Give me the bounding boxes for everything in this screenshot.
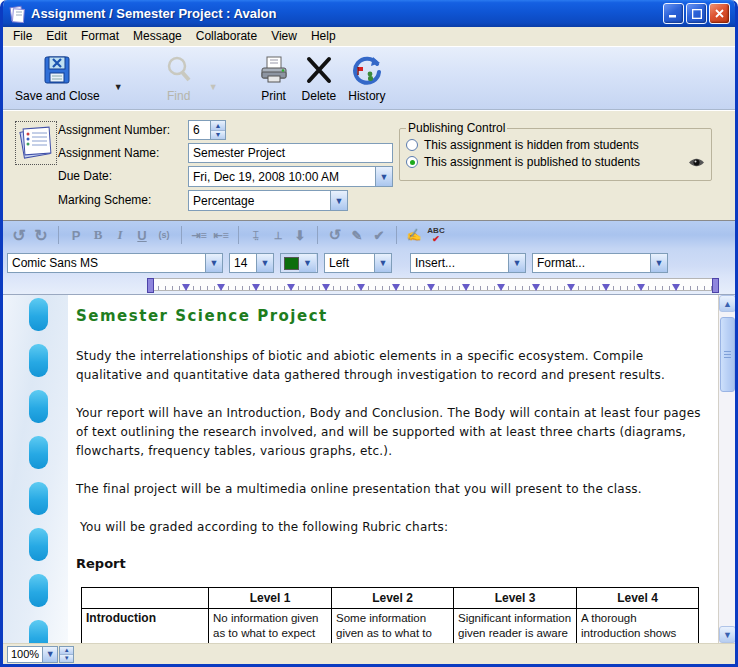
find-label: Find [167, 89, 190, 103]
indent-list-icon[interactable]: ⇥≡ [189, 225, 209, 245]
pencil-icon[interactable]: ✎ [347, 225, 367, 245]
published-radio[interactable] [406, 156, 418, 168]
tab-stop-marker[interactable] [602, 284, 610, 291]
find-button[interactable]: Find [157, 51, 201, 105]
tab-stop-marker[interactable] [462, 284, 470, 291]
bold-icon[interactable]: B [88, 225, 108, 245]
tab-stop-marker[interactable] [182, 284, 190, 291]
spin-down-icon[interactable]: ▼ [211, 131, 225, 140]
zoom-up-icon[interactable]: ▲ [60, 647, 73, 655]
refresh-icon[interactable]: ↺ [325, 225, 345, 245]
rubric-cell: A thorough introduction shows that the w… [577, 609, 699, 644]
assignment-number-spinner[interactable]: 6 ▲▼ [188, 120, 226, 140]
insert-select[interactable]: Insert... ▼ [410, 253, 526, 273]
outdent-list-icon[interactable]: ⇤≡ [211, 225, 231, 245]
tab-stop-marker[interactable] [287, 284, 295, 291]
document-subheading: Report [76, 556, 718, 571]
font-color-chevron-icon[interactable]: ▼ [299, 254, 316, 272]
history-button[interactable]: History [342, 51, 391, 105]
menu-collaborate[interactable]: Collaborate [189, 28, 264, 44]
undo-icon[interactable]: ↺ [9, 225, 29, 245]
tab-stop-marker[interactable] [672, 284, 680, 291]
binding-pill [29, 528, 48, 561]
save-dropdown-arrow[interactable]: ▼ [106, 82, 131, 92]
menu-edit[interactable]: Edit [39, 28, 74, 44]
hidden-radio[interactable] [406, 139, 418, 151]
menu-file[interactable]: File [6, 28, 39, 44]
zoom-spinner[interactable]: ▲▼ [59, 646, 74, 663]
font-size-select[interactable]: 14 ▼ [229, 253, 274, 273]
format-select[interactable]: Format... ▼ [532, 253, 668, 273]
tab-stop-marker[interactable] [322, 284, 330, 291]
menu-view[interactable]: View [264, 28, 304, 44]
save-icon [41, 53, 73, 87]
paragraph-icon[interactable]: P [66, 225, 86, 245]
app-icon [8, 5, 26, 23]
tab-stop-marker[interactable] [252, 284, 260, 291]
scrollbar-thumb[interactable] [720, 317, 735, 392]
tab-stop-marker[interactable] [427, 284, 435, 291]
spellcheck-icon[interactable]: ABC ✔ [426, 225, 446, 245]
tab-stop-marker[interactable] [357, 284, 365, 291]
vertical-scrollbar[interactable]: ▲ ▼ [718, 295, 735, 643]
published-option-row[interactable]: This assignment is published to students [406, 155, 705, 169]
underline-icon[interactable]: U [132, 225, 152, 245]
redo-icon[interactable]: ↻ [31, 225, 51, 245]
right-margin-marker[interactable] [712, 278, 719, 293]
tab-marker-icon[interactable]: ⌶̤ [246, 225, 266, 245]
left-margin-marker[interactable] [147, 278, 154, 293]
menu-help[interactable]: Help [304, 28, 343, 44]
insert-chevron-icon[interactable]: ▼ [508, 254, 525, 272]
binding-pill [29, 574, 48, 607]
font-name-chevron-icon[interactable]: ▼ [205, 254, 222, 272]
zoom-chevron-icon[interactable]: ▼ [42, 647, 57, 662]
accept-icon[interactable]: ✔ [369, 225, 389, 245]
tab-stop-marker[interactable] [532, 284, 540, 291]
marking-scheme-select[interactable]: Percentage ▼ [188, 190, 348, 211]
tab-stop-marker[interactable] [637, 284, 645, 291]
scroll-down-icon[interactable]: ▼ [719, 626, 735, 643]
minimize-button[interactable] [663, 3, 684, 24]
rubric-header-cell: Level 3 [454, 588, 577, 609]
rubric-header-cell [82, 588, 209, 609]
format-chevron-icon[interactable]: ▼ [650, 254, 667, 272]
tab-stop-marker[interactable] [217, 284, 225, 291]
font-name-select[interactable]: Comic Sans MS ▼ [7, 253, 223, 273]
spin-up-icon[interactable]: ▲ [211, 121, 225, 131]
zoom-value: 100% [8, 648, 42, 660]
tab-stop-marker[interactable] [392, 284, 400, 291]
scroll-up-icon[interactable]: ▲ [719, 295, 735, 312]
publishing-control-legend: Publishing Control [406, 121, 507, 135]
save-and-close-button[interactable]: Save and Close [9, 51, 106, 105]
marking-scheme-chevron-icon[interactable]: ▼ [330, 191, 347, 210]
menu-format[interactable]: Format [74, 28, 126, 44]
alignment-select[interactable]: Left ▼ [324, 253, 392, 273]
signature-icon[interactable]: ✍ [404, 225, 424, 245]
font-name-value: Comic Sans MS [8, 256, 205, 270]
italic-icon[interactable]: I [110, 225, 130, 245]
print-button[interactable]: Print [252, 51, 296, 105]
document-body[interactable]: Semester Science Project Study the inter… [68, 295, 718, 643]
zoom-select[interactable]: 100% ▼ [7, 646, 58, 663]
ruler[interactable] [150, 278, 716, 291]
window-title: Assignment / Semester Project : Avalon [31, 6, 663, 21]
delete-button[interactable]: Delete [296, 51, 343, 105]
due-date-chevron-icon[interactable]: ▼ [375, 167, 392, 186]
menu-bar: File Edit Format Message Collaborate Vie… [3, 27, 735, 46]
maximize-button[interactable] [686, 3, 707, 24]
menu-message[interactable]: Message [126, 28, 189, 44]
strikethrough-icon[interactable]: (s) [154, 225, 174, 245]
tab-stop-marker[interactable] [567, 284, 575, 291]
assignment-name-input[interactable]: Semester Project [188, 143, 393, 163]
clear-tab-icon[interactable]: ⊥ [268, 225, 288, 245]
alignment-chevron-icon[interactable]: ▼ [374, 254, 391, 272]
close-button[interactable] [709, 3, 730, 24]
insert-below-icon[interactable]: ⬇ [290, 225, 310, 245]
zoom-down-icon[interactable]: ▼ [60, 655, 73, 662]
font-color-select[interactable]: ▼ [280, 253, 318, 273]
due-date-select[interactable]: Fri, Dec 19, 2008 10:00 AM ▼ [188, 166, 393, 187]
assignment-number-spin-buttons[interactable]: ▲▼ [210, 121, 225, 139]
hidden-option-row[interactable]: This assignment is hidden from students [406, 138, 705, 152]
font-size-chevron-icon[interactable]: ▼ [256, 254, 273, 272]
tab-stop-marker[interactable] [497, 284, 505, 291]
